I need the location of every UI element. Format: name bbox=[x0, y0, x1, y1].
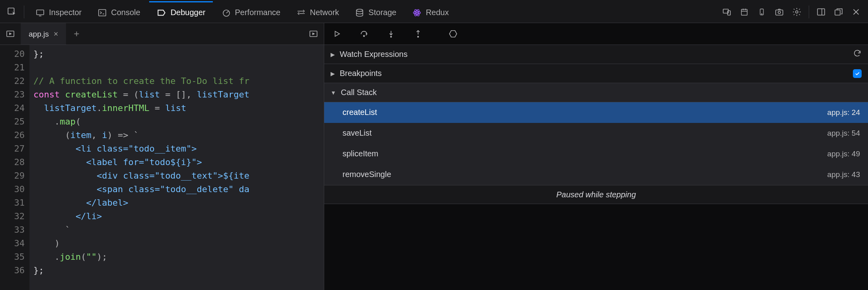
svg-point-8 bbox=[416, 12, 418, 13]
svg-rect-14 bbox=[776, 10, 783, 15]
panel-label: Call Stack bbox=[341, 88, 377, 97]
tab-label: Performance bbox=[235, 8, 281, 17]
settings-icon[interactable] bbox=[789, 4, 805, 20]
refresh-icon[interactable] bbox=[853, 49, 862, 60]
frame-fn: spliceItem bbox=[343, 149, 378, 158]
resume-button[interactable] bbox=[327, 24, 346, 43]
call-stack-panel[interactable]: ▼ Call Stack bbox=[324, 83, 868, 102]
dock-side-icon[interactable] bbox=[813, 4, 829, 20]
breakpoints-toggle-checkbox[interactable] bbox=[853, 69, 862, 78]
tab-label: Network bbox=[310, 8, 339, 17]
step-in-button[interactable] bbox=[381, 24, 401, 43]
sources-tree-toggle[interactable] bbox=[0, 23, 21, 45]
svg-point-4 bbox=[356, 9, 363, 12]
debug-controls bbox=[324, 23, 868, 45]
tab-label: Storage bbox=[368, 8, 396, 17]
tab-debugger[interactable]: Debugger bbox=[149, 1, 213, 23]
tab-performance[interactable]: Performance bbox=[214, 1, 288, 23]
toolbar-separator bbox=[24, 6, 24, 18]
calendar-icon[interactable] bbox=[736, 4, 752, 20]
tab-console[interactable]: Console bbox=[90, 1, 147, 23]
code-content: }; // A function to create the To-Do lis… bbox=[29, 45, 249, 290]
svg-point-13 bbox=[761, 14, 762, 14]
frame-location: app.js: 54 bbox=[827, 129, 860, 138]
screenshot-icon[interactable] bbox=[771, 4, 787, 20]
tab-label: Debugger bbox=[171, 8, 206, 17]
breakpoints-panel[interactable]: ▶ Breakpoints bbox=[324, 64, 868, 83]
close-tab-icon[interactable]: × bbox=[54, 29, 58, 39]
tab-inspector[interactable]: Inspector bbox=[28, 1, 89, 23]
tab-label: Console bbox=[111, 8, 140, 17]
stack-frame[interactable]: createList app.js: 24 bbox=[324, 102, 868, 123]
stack-frame[interactable]: saveList app.js: 54 bbox=[324, 123, 868, 144]
source-pane: app.js × + 20 21 22 23 24 25 26 27 28 29… bbox=[0, 23, 324, 290]
element-picker-button[interactable] bbox=[4, 4, 20, 20]
watch-expressions-panel[interactable]: ▶ Watch Expressions bbox=[324, 45, 868, 64]
chevron-right-icon: ▶ bbox=[331, 51, 335, 58]
dock-window-icon[interactable] bbox=[831, 4, 847, 20]
stack-frame[interactable]: removeSingle app.js: 43 bbox=[324, 164, 868, 185]
new-tab-button[interactable]: + bbox=[66, 23, 87, 45]
tab-label: Redux bbox=[426, 8, 449, 17]
tab-redux[interactable]: Redux bbox=[405, 1, 456, 23]
source-tabs: app.js × + bbox=[0, 23, 324, 45]
frame-location: app.js: 49 bbox=[827, 150, 860, 158]
phone-icon[interactable] bbox=[754, 4, 770, 20]
chevron-right-icon: ▶ bbox=[331, 70, 335, 77]
stack-frame[interactable]: spliceItem app.js: 49 bbox=[324, 144, 868, 164]
deactivate-breakpoints-button[interactable] bbox=[444, 24, 463, 43]
svg-point-16 bbox=[796, 11, 798, 13]
file-tab-label: app.js bbox=[29, 30, 49, 39]
toolbar-separator bbox=[809, 6, 809, 18]
svg-rect-11 bbox=[741, 10, 747, 16]
frame-fn: createList bbox=[343, 108, 377, 117]
tab-storage[interactable]: Storage bbox=[348, 1, 403, 23]
close-devtools-button[interactable] bbox=[848, 4, 864, 20]
line-gutter: 20 21 22 23 24 25 26 27 28 29 30 31 32 3… bbox=[0, 45, 29, 290]
panel-label: Watch Expressions bbox=[340, 50, 407, 59]
file-tab-app-js[interactable]: app.js × bbox=[21, 23, 66, 45]
devtools-toolbar: Inspector Console Debugger Performance N… bbox=[0, 0, 868, 23]
debug-status: Paused while stepping bbox=[324, 185, 868, 204]
svg-rect-1 bbox=[37, 10, 44, 15]
tab-network[interactable]: Network bbox=[289, 1, 346, 23]
svg-rect-18 bbox=[835, 10, 840, 15]
svg-rect-17 bbox=[817, 9, 825, 15]
responsive-mode-button[interactable] bbox=[719, 4, 735, 20]
call-stack-list: createList app.js: 24 saveList app.js: 5… bbox=[324, 102, 868, 185]
step-out-button[interactable] bbox=[409, 24, 428, 43]
frame-fn: removeSingle bbox=[343, 170, 391, 179]
step-over-button[interactable] bbox=[354, 24, 374, 43]
tab-label: Inspector bbox=[49, 8, 82, 17]
svg-point-15 bbox=[778, 11, 780, 14]
svg-point-22 bbox=[391, 36, 392, 37]
panel-label: Breakpoints bbox=[340, 69, 382, 78]
frame-location: app.js: 43 bbox=[827, 170, 860, 179]
svg-marker-24 bbox=[450, 31, 457, 37]
svg-point-23 bbox=[418, 36, 419, 37]
code-editor[interactable]: 20 21 22 23 24 25 26 27 28 29 30 31 32 3… bbox=[0, 45, 324, 290]
frame-fn: saveList bbox=[343, 128, 372, 138]
frame-location: app.js: 24 bbox=[827, 108, 860, 117]
debug-pane: ▶ Watch Expressions ▶ Breakpoints ▼ Call… bbox=[324, 23, 868, 290]
chevron-down-icon: ▼ bbox=[331, 90, 336, 96]
run-snippet-button[interactable] bbox=[303, 23, 324, 45]
svg-point-21 bbox=[364, 35, 365, 37]
svg-rect-2 bbox=[99, 10, 106, 16]
